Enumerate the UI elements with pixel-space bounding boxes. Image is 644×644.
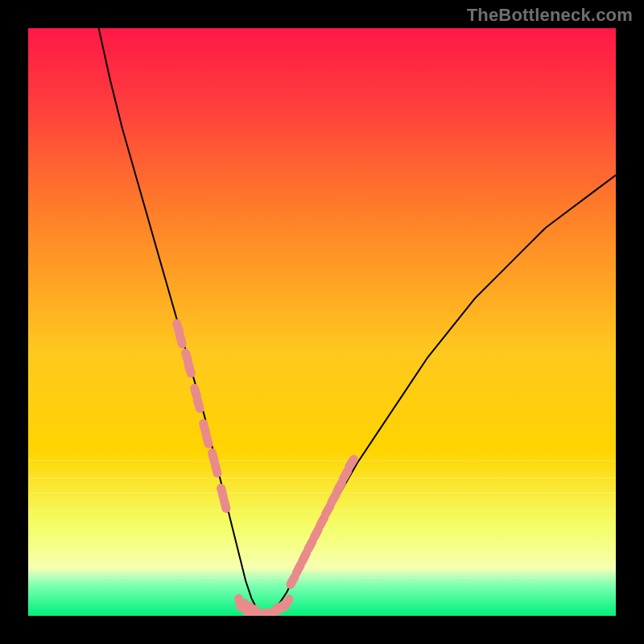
- data-marker: [224, 500, 226, 509]
- chart-plot-area: [28, 28, 616, 616]
- band-line: [28, 493, 616, 493]
- data-marker: [195, 388, 197, 397]
- data-marker: [177, 324, 180, 332]
- data-marker: [221, 488, 224, 497]
- band-line: [28, 510, 616, 511]
- watermark-text: TheBottleneck.com: [467, 5, 633, 26]
- data-marker: [344, 471, 348, 479]
- data-marker: [206, 436, 208, 444]
- data-marker: [215, 464, 217, 473]
- data-marker: [332, 494, 336, 502]
- band-line: [28, 563, 616, 564]
- band-line: [28, 477, 616, 478]
- chart-svg: [28, 28, 616, 616]
- data-marker: [349, 460, 354, 467]
- band-line: [28, 460, 616, 461]
- data-marker: [320, 518, 324, 526]
- chart-frame: TheBottleneck.com: [0, 0, 644, 644]
- data-marker: [291, 576, 295, 584]
- data-marker: [337, 483, 341, 491]
- data-marker: [180, 336, 182, 345]
- data-marker: [314, 530, 318, 538]
- data-marker: [186, 353, 188, 362]
- data-marker: [285, 599, 289, 607]
- data-marker: [213, 453, 215, 462]
- data-marker: [308, 542, 312, 550]
- data-marker: [303, 553, 307, 561]
- data-marker: [326, 506, 330, 514]
- data-marker: [188, 365, 191, 374]
- band-line: [28, 578, 616, 579]
- data-marker: [197, 400, 200, 409]
- data-marker: [204, 423, 206, 432]
- data-marker: [296, 565, 300, 573]
